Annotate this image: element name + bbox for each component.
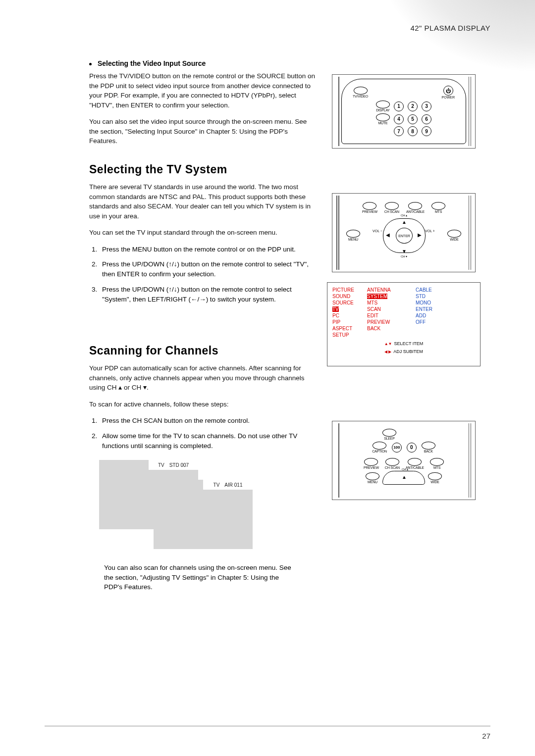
- dpad-ch-up-label: CH ▴: [401, 213, 407, 217]
- osd-col3-item: MONO: [414, 300, 477, 306]
- frame-line: [469, 196, 470, 270]
- num-key-8[interactable]: 8: [408, 126, 418, 136]
- mts-button[interactable]: MTS: [430, 458, 444, 469]
- preview-button[interactable]: PREVIEW: [364, 458, 379, 469]
- frame-line: [469, 77, 470, 146]
- button-label: ANT/CABLE: [406, 210, 425, 213]
- page-number: 27: [482, 732, 490, 740]
- figure-remote-scan: SLEEP CAPTION 100 0 BACK PREVIEW CH SCAN…: [332, 421, 476, 500]
- antcable-button[interactable]: ANT/CABLE: [406, 458, 424, 469]
- paragraph: There are several TV standards in use ar…: [89, 182, 317, 221]
- osd-col3-item: ADD: [414, 312, 477, 319]
- display-button[interactable]: DISPLAY: [376, 101, 390, 112]
- num-key-2[interactable]: 2: [408, 101, 418, 111]
- button-label: MUTE: [378, 121, 387, 125]
- preview-button[interactable]: PREVIEW: [362, 202, 377, 213]
- button-label: TV/VIDEO: [353, 95, 368, 98]
- section-heading-tv-system: Selecting the TV System: [89, 163, 317, 176]
- frame-line: [338, 423, 339, 498]
- num-key-6[interactable]: 6: [422, 114, 431, 124]
- osd-col1-item: PIP: [330, 319, 365, 325]
- section-heading-scan-channels: Scanning for Channels: [89, 344, 317, 357]
- chscan-button[interactable]: CH SCAN: [384, 202, 399, 213]
- button-label: CH SCAN: [384, 210, 399, 213]
- num-key-3[interactable]: 3: [422, 101, 431, 111]
- paragraph: To scan for active channels, follow thes…: [89, 400, 317, 409]
- scan-source-label: TV: [158, 462, 164, 468]
- osd-col2-item: SCAN: [365, 306, 414, 312]
- button-label: SLEEP: [384, 437, 395, 440]
- tv-video-button[interactable]: TV/VIDEO: [353, 87, 368, 98]
- wide-button[interactable]: WIDE: [447, 230, 461, 241]
- num-key-0[interactable]: 0: [407, 443, 417, 453]
- scan-source-label: TV: [214, 482, 220, 488]
- up-arrow-icon[interactable]: ▲: [402, 219, 407, 225]
- antcable-button[interactable]: ANT/CABLE: [406, 202, 425, 213]
- num-key-9[interactable]: 9: [422, 126, 431, 136]
- button-label: POWER: [442, 96, 455, 99]
- osd-col2-item: ANTENNA: [365, 287, 414, 293]
- frame-line: [338, 196, 339, 270]
- osd-col2-item: PREVIEW: [365, 319, 414, 325]
- up-arrow-icon[interactable]: ▲: [402, 474, 407, 480]
- num-key-5[interactable]: 5: [408, 114, 418, 124]
- paragraph: Your PDP can automatically scan for acti…: [89, 363, 317, 393]
- scan-channel-label: AIR 011: [224, 482, 242, 488]
- power-button[interactable]: ⏻ POWER: [442, 86, 455, 99]
- osd-col3-item: STD: [414, 293, 477, 300]
- dpad-vol-dn-label: VOL −: [372, 229, 383, 233]
- osd-col2-item: MTS: [365, 300, 414, 306]
- bullet-icon: [89, 63, 92, 65]
- osd-col1-item: PC: [330, 312, 365, 319]
- figure-remote-dpad: PREVIEW CH SCAN ANT/CABLE MTS MENU ENTER…: [332, 193, 476, 272]
- scan-info-bar: TV STD 007: [149, 460, 198, 470]
- subsection-heading-video-input: Selecting the Video Input Source: [89, 59, 317, 67]
- dpad-ch-dn-label: CH ▾: [401, 254, 407, 258]
- osd-col1-item: TV: [330, 306, 365, 312]
- step-item: Press the UP/DOWN (↑/↓) button on the re…: [99, 259, 317, 280]
- sleep-button[interactable]: SLEEP: [382, 429, 396, 440]
- num-key-1[interactable]: 1: [394, 101, 404, 111]
- frame-line: [338, 77, 339, 146]
- dpad: ENTER ▲ ▼ ◀ ▶ CH ▴ CH ▾ VOL − VOL +: [374, 215, 433, 255]
- button-label: CH SCAN: [385, 466, 400, 469]
- num-key-4[interactable]: 4: [394, 114, 404, 124]
- osd-col1-item: SOUND: [330, 293, 365, 300]
- power-icon: ⏻: [443, 86, 453, 96]
- button-label: DISPLAY: [376, 108, 390, 112]
- menu-button[interactable]: MENU: [366, 472, 379, 484]
- osd-col3-item: CABLE: [414, 287, 477, 293]
- mts-button[interactable]: MTS: [431, 202, 445, 213]
- down-arrow-icon[interactable]: ▼: [402, 249, 407, 254]
- subsection-title: Selecting the Video Input Source: [98, 59, 206, 67]
- scan-info-bar: TV AIR 011: [203, 480, 253, 490]
- osd-col1-item: PICTURE: [330, 287, 365, 293]
- back-button[interactable]: BACK: [422, 442, 435, 453]
- scan-channel-label: STD 007: [169, 462, 189, 468]
- wide-button[interactable]: WIDE: [428, 472, 442, 484]
- menu-button[interactable]: MENU: [346, 230, 360, 241]
- frame-line: [336, 196, 337, 270]
- mute-button[interactable]: MUTE: [376, 113, 390, 125]
- osd-col3-item: ENTER: [414, 306, 477, 312]
- step-item: Press the MENU button on the remote cont…: [99, 245, 317, 254]
- paragraph: You can also set the video input source …: [89, 117, 317, 146]
- scan-screens-illustration: TV STD 007 TV AIR 011: [99, 460, 258, 554]
- button-label: WIDE: [430, 480, 439, 484]
- left-arrow-icon[interactable]: ◀: [386, 232, 390, 238]
- button-label: BACK: [424, 450, 433, 453]
- right-arrow-icon[interactable]: ▶: [418, 232, 422, 238]
- frame-line: [471, 77, 472, 146]
- frame-line: [471, 196, 472, 270]
- enter-button[interactable]: ENTER: [396, 228, 413, 244]
- num-key-7[interactable]: 7: [394, 126, 404, 136]
- caption-button[interactable]: CAPTION: [372, 442, 387, 453]
- paragraph-footnote: You can also scan for channels using the…: [104, 563, 292, 592]
- chscan-button[interactable]: CH SCAN: [385, 458, 400, 469]
- frame-line: [469, 423, 470, 498]
- page-footer-rule: [45, 726, 490, 726]
- step-item: Press the CH SCAN button on the remote c…: [99, 416, 317, 426]
- header-product-name: 42" PLASMA DISPLAY: [410, 24, 490, 32]
- osd-col2-item: BACK: [365, 325, 414, 332]
- num-key-100[interactable]: 100: [392, 443, 402, 453]
